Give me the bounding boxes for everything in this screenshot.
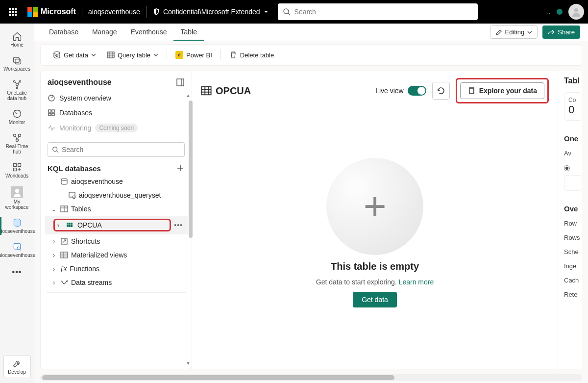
tree-db-item[interactable]: aioqseventhouse bbox=[45, 175, 188, 188]
query-table-label: Query table bbox=[118, 51, 150, 59]
tab-manage[interactable]: Manage bbox=[85, 24, 124, 41]
search-input[interactable] bbox=[294, 8, 473, 16]
input-box[interactable] bbox=[564, 175, 582, 191]
develop-button[interactable]: Develop bbox=[3, 355, 31, 378]
refresh-icon bbox=[437, 86, 445, 95]
rail-realtime[interactable]: Real-Time hub bbox=[2, 130, 32, 157]
svg-point-0 bbox=[284, 9, 289, 14]
svg-point-39 bbox=[53, 147, 57, 152]
shortcut-icon bbox=[60, 237, 68, 245]
editing-label: Editing bbox=[505, 28, 525, 36]
rail-workspaces[interactable]: Workspaces bbox=[2, 52, 32, 75]
query-table-dropdown[interactable]: Query table bbox=[102, 49, 163, 61]
workspace-icon bbox=[11, 186, 23, 198]
svg-rect-20 bbox=[13, 168, 16, 171]
scroll-up-icon[interactable]: ▲ bbox=[186, 93, 191, 98]
classification-label: Confidential\Microsoft Extended bbox=[163, 8, 260, 16]
tree-system-overview[interactable]: System overview bbox=[45, 91, 188, 105]
separator bbox=[220, 50, 221, 60]
tree-label: aioqseventhouse_queryset bbox=[79, 191, 161, 199]
more-actions-icon[interactable]: ••• bbox=[174, 221, 186, 229]
svg-rect-54 bbox=[61, 252, 68, 258]
rail-label: aioqseventhouse bbox=[0, 229, 35, 234]
rail-eventhouse-db[interactable]: aioqseventhouse bbox=[2, 215, 32, 237]
rail-onelake[interactable]: OneLake data hub bbox=[2, 77, 32, 104]
tab-database[interactable]: Database bbox=[42, 24, 85, 41]
tree-label: Materialized views bbox=[71, 251, 127, 259]
svg-rect-27 bbox=[107, 52, 114, 58]
plus-icon[interactable] bbox=[176, 164, 185, 173]
get-data-dropdown[interactable]: Get data bbox=[49, 49, 100, 61]
rail-label: Monitor bbox=[9, 120, 25, 125]
coming-soon-badge: Coming soon bbox=[95, 124, 138, 132]
svg-point-58 bbox=[67, 281, 68, 282]
workspaces-icon bbox=[12, 55, 22, 65]
global-search[interactable] bbox=[278, 3, 478, 20]
trash-icon bbox=[229, 51, 237, 59]
power-bi-button[interactable]: ıl Power BI bbox=[171, 49, 217, 61]
classification-selector[interactable]: Confidential\Microsoft Extended bbox=[152, 8, 269, 16]
empty-state: + This table is empty Get data to start … bbox=[201, 103, 549, 362]
expand-icon[interactable] bbox=[176, 78, 185, 87]
tree-opcua-table[interactable]: › OPCUA ••• bbox=[45, 216, 188, 234]
rail-workloads[interactable]: Workloads bbox=[2, 159, 32, 181]
microsoft-brand: Microsoft bbox=[27, 7, 76, 17]
share-icon bbox=[548, 29, 555, 36]
details-title: Tabl bbox=[564, 77, 582, 85]
tree-datastreams-folder[interactable]: › Data streams bbox=[45, 276, 188, 289]
radio-option[interactable] bbox=[564, 164, 582, 171]
delete-table-button[interactable]: Delete table bbox=[225, 49, 278, 61]
views-icon bbox=[60, 251, 68, 259]
compressed-label: Co bbox=[568, 97, 578, 103]
tree-search-input[interactable] bbox=[62, 146, 180, 153]
tree-section-kql: KQL databases bbox=[45, 162, 188, 175]
develop-label: Develop bbox=[8, 369, 26, 375]
tree-label: Tables bbox=[71, 205, 91, 213]
pulse-icon bbox=[48, 124, 55, 132]
overflow-indicator: .. bbox=[546, 8, 551, 16]
breadcrumb[interactable]: aioqseventhouse bbox=[88, 8, 140, 16]
query-icon bbox=[12, 242, 22, 252]
tree-materialized-folder[interactable]: › Materialized views bbox=[45, 248, 188, 262]
live-view-toggle[interactable]: Live view bbox=[375, 86, 426, 96]
rail-home[interactable]: Home bbox=[2, 28, 32, 51]
powerbi-icon: ıl bbox=[175, 51, 183, 59]
tree-search[interactable] bbox=[48, 142, 185, 157]
tab-table[interactable]: Table bbox=[173, 24, 203, 41]
tree-functions-folder[interactable]: › ƒx Functions bbox=[45, 262, 188, 276]
rail-eventhouse-query[interactable]: aioqseventhouse bbox=[2, 239, 32, 261]
rail-my-workspace[interactable]: My workspace bbox=[2, 183, 32, 213]
title-text: OPCUA bbox=[216, 85, 251, 97]
tree-scrollbar[interactable] bbox=[189, 101, 193, 238]
scroll-down-icon[interactable]: ▼ bbox=[186, 360, 191, 366]
rail-more[interactable]: ••• bbox=[2, 265, 32, 280]
share-label: Share bbox=[558, 28, 575, 36]
user-avatar[interactable] bbox=[568, 4, 584, 20]
rail-label: Real-Time hub bbox=[3, 144, 31, 154]
rail-monitor[interactable]: Monitor bbox=[2, 106, 32, 128]
tree-shortcuts-folder[interactable]: › Shortcuts bbox=[45, 234, 188, 248]
share-button[interactable]: Share bbox=[542, 26, 580, 39]
refresh-button[interactable] bbox=[432, 82, 450, 100]
tree-label: Monitoring bbox=[59, 124, 91, 132]
tree-queryset-item[interactable]: aioqseventhouse_queryset bbox=[45, 188, 188, 202]
learn-more-link[interactable]: Learn more bbox=[399, 278, 434, 286]
editing-dropdown[interactable]: Editing bbox=[490, 26, 538, 39]
get-data-button[interactable]: Get data bbox=[353, 292, 397, 307]
horizontal-scrollbar[interactable] bbox=[40, 374, 582, 381]
app-launcher-icon[interactable] bbox=[4, 3, 22, 21]
svg-rect-19 bbox=[18, 164, 21, 167]
tree-databases[interactable]: Databases bbox=[45, 105, 188, 120]
svg-rect-37 bbox=[49, 113, 51, 116]
empty-title: This table is empty bbox=[331, 261, 419, 272]
tab-eventhouse[interactable]: Eventhouse bbox=[124, 24, 174, 41]
toggle-switch-icon[interactable] bbox=[408, 86, 426, 96]
svg-line-9 bbox=[15, 82, 16, 84]
svg-rect-4 bbox=[15, 59, 21, 64]
tree-tables-folder[interactable]: ⌄ Tables bbox=[45, 202, 188, 216]
chevron-right-icon[interactable]: › bbox=[55, 221, 62, 229]
radio-icon bbox=[564, 165, 570, 171]
explore-data-button[interactable]: Explore your data bbox=[460, 82, 544, 99]
gauge-icon bbox=[48, 94, 55, 102]
workloads-icon bbox=[12, 162, 22, 172]
